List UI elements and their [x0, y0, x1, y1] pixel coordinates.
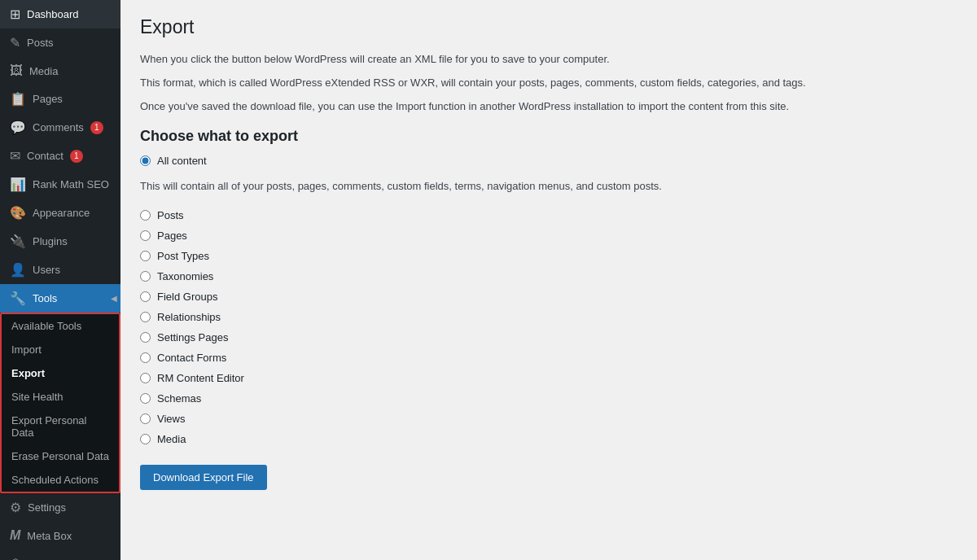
submenu-import[interactable]: Import [2, 338, 119, 361]
sidebar-item-comments[interactable]: 💬 Comments 1 [0, 113, 120, 142]
radio-taxonomies-input[interactable] [140, 271, 151, 282]
sidebar-item-posts[interactable]: ✎ Posts [0, 28, 120, 57]
radio-settings-pages[interactable]: Settings Pages [140, 331, 957, 343]
sidebar-item-plugins[interactable]: 🔌 Plugins [0, 227, 120, 256]
contact-icon: ✉ [10, 148, 20, 164]
media-icon: 🖼 [10, 63, 23, 78]
description-3: Once you've saved the download file, you… [140, 98, 957, 116]
submenu-export[interactable]: Export [2, 361, 119, 385]
radio-post-types-input[interactable] [140, 251, 151, 261]
radio-relationships-label: Relationships [157, 311, 221, 323]
tools-icon: 🔧 [10, 291, 26, 306]
radio-post-types-label: Post Types [157, 250, 209, 262]
submenu-available-tools[interactable]: Available Tools [2, 314, 119, 338]
radio-contact-forms-label: Contact Forms [157, 352, 226, 364]
radio-views-input[interactable] [140, 413, 151, 424]
radio-schemas-input[interactable] [140, 393, 151, 404]
sidebar-item-rank-math[interactable]: 📊 Rank Math SEO [0, 170, 120, 199]
radio-views[interactable]: Views [140, 413, 957, 425]
radio-taxonomies-label: Taxonomies [157, 270, 213, 282]
page-title: Export [140, 16, 957, 38]
sidebar-item-pages[interactable]: 📋 Pages [0, 85, 120, 113]
all-content-description: This will contain all of your posts, pag… [140, 178, 957, 195]
settings-icon: ⚙ [10, 500, 21, 515]
meta-box-icon: M [10, 528, 20, 543]
radio-media-input[interactable] [140, 434, 151, 444]
radio-posts-input[interactable] [140, 210, 151, 221]
sidebar-item-label: Pages [33, 93, 63, 105]
sidebar-item-media[interactable]: 🖼 Media [0, 57, 120, 85]
sidebar-item-users[interactable]: 👤 Users [0, 256, 120, 284]
download-export-button[interactable]: Download Export File [140, 465, 267, 490]
pages-icon: 📋 [10, 91, 26, 107]
radio-pages-input[interactable] [140, 230, 151, 241]
submenu-export-personal-data[interactable]: Export Personal Data [2, 409, 119, 444]
submenu-erase-personal-data[interactable]: Erase Personal Data [2, 444, 119, 468]
comments-badge: 1 [90, 121, 103, 134]
description-2: This format, which is called WordPress e… [140, 75, 957, 92]
sidebar-item-meta-box[interactable]: M Meta Box [0, 522, 120, 549]
radio-views-label: Views [157, 413, 185, 425]
radio-contact-forms-input[interactable] [140, 352, 151, 363]
description-1: When you click the button below WordPres… [140, 51, 957, 68]
export-options: All content This will contain all of you… [140, 155, 957, 445]
radio-pages-label: Pages [157, 230, 187, 242]
sidebar-item-label: Plugins [33, 235, 68, 247]
dashboard-icon: ⊞ [10, 7, 20, 22]
posts-icon: ✎ [10, 35, 20, 50]
radio-relationships[interactable]: Relationships [140, 311, 957, 323]
radio-media-label: Media [157, 433, 186, 445]
radio-rm-content-editor-input[interactable] [140, 373, 151, 383]
sidebar: ⊞ Dashboard ✎ Posts 🖼 Media 📋 Pages 💬 Co… [0, 0, 120, 560]
radio-field-groups-label: Field Groups [157, 291, 217, 303]
sidebar-item-label: Rank Math SEO [33, 178, 109, 190]
sidebar-item-settings[interactable]: ⚙ Settings [0, 493, 120, 522]
submenu-site-health[interactable]: Site Health [2, 385, 119, 409]
sidebar-item-label: Settings [28, 501, 66, 514]
radio-all-content-label: All content [157, 155, 207, 167]
radio-media[interactable]: Media [140, 433, 957, 445]
radio-pages[interactable]: Pages [140, 230, 957, 242]
radio-settings-pages-input[interactable] [140, 332, 151, 343]
radio-taxonomies[interactable]: Taxonomies [140, 270, 957, 282]
radio-rm-content-editor-label: RM Content Editor [157, 372, 244, 384]
sidebar-item-label: Users [33, 264, 60, 276]
radio-all-content-input[interactable] [140, 155, 151, 166]
radio-field-groups[interactable]: Field Groups [140, 291, 957, 303]
sidebar-item-otter-blocks[interactable]: ⬡ Otter Blocks [0, 549, 120, 560]
radio-settings-pages-label: Settings Pages [157, 331, 228, 343]
radio-all-content[interactable]: All content [140, 155, 957, 167]
sidebar-item-contact[interactable]: ✉ Contact 1 [0, 142, 120, 170]
sidebar-item-label: Appearance [33, 207, 90, 219]
sidebar-item-appearance[interactable]: 🎨 Appearance [0, 199, 120, 227]
users-icon: 👤 [10, 262, 26, 278]
section-heading: Choose what to export [140, 128, 957, 145]
sidebar-item-dashboard[interactable]: ⊞ Dashboard [0, 0, 120, 28]
plugins-icon: 🔌 [10, 234, 26, 249]
radio-posts-label: Posts [157, 209, 184, 221]
appearance-icon: 🎨 [10, 205, 26, 221]
sidebar-item-label: Comments [33, 121, 84, 133]
rank-math-icon: 📊 [10, 177, 26, 192]
sidebar-item-label: Tools [33, 292, 57, 304]
otter-blocks-icon: ⬡ [10, 556, 21, 560]
contact-badge: 1 [70, 150, 83, 163]
radio-posts[interactable]: Posts [140, 209, 957, 221]
sidebar-item-label: Meta Box [27, 530, 72, 542]
tools-submenu: Available Tools Import Export Site Healt… [0, 313, 120, 493]
tools-arrow-icon: ◀ [111, 294, 117, 303]
sidebar-item-label: Dashboard [27, 8, 79, 20]
sidebar-item-tools[interactable]: 🔧 Tools ◀ [0, 284, 120, 313]
radio-contact-forms[interactable]: Contact Forms [140, 352, 957, 364]
radio-schemas[interactable]: Schemas [140, 392, 957, 405]
sidebar-item-label: Posts [27, 37, 54, 49]
submenu-scheduled-actions[interactable]: Scheduled Actions [2, 468, 119, 492]
comments-icon: 💬 [10, 120, 26, 135]
radio-rm-content-editor[interactable]: RM Content Editor [140, 372, 957, 384]
radio-field-groups-input[interactable] [140, 291, 151, 302]
radio-schemas-label: Schemas [157, 392, 201, 405]
radio-post-types[interactable]: Post Types [140, 250, 957, 262]
sidebar-item-label: Contact [27, 150, 64, 162]
main-content: Export When you click the button below W… [120, 0, 977, 560]
radio-relationships-input[interactable] [140, 312, 151, 322]
